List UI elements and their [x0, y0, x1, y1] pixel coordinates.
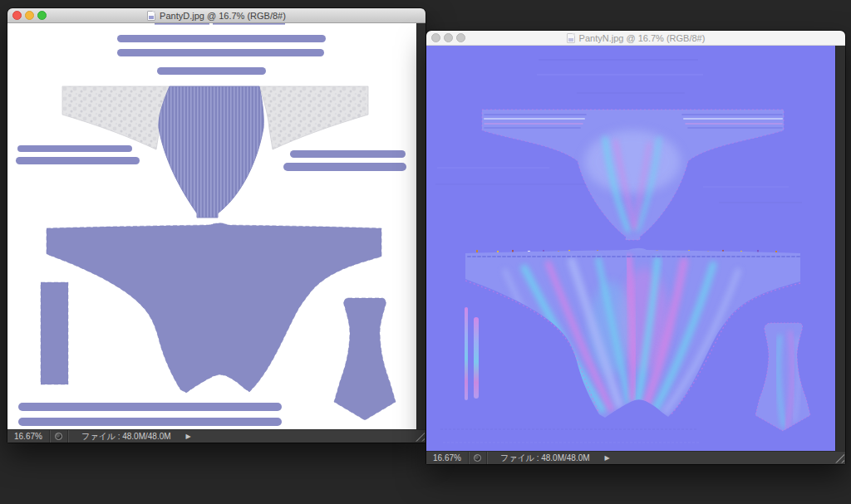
- zoom-level-field[interactable]: 16.67%: [7, 432, 49, 441]
- canvas-area-pantyn[interactable]: [426, 46, 845, 451]
- window-title: PantyN.jpg @ 16.7% (RGB/8#): [426, 31, 845, 46]
- desktop: PantyD.jpg @ 16.7% (RGB/8#): [0, 0, 851, 504]
- window-resize-grip[interactable]: [414, 432, 425, 442]
- titlebar-pantyd[interactable]: PantyD.jpg @ 16.7% (RGB/8#): [7, 8, 426, 23]
- document-proxy-icon: [567, 33, 575, 43]
- side-panel-rect: [41, 282, 68, 384]
- zoom-level-field[interactable]: 16.67%: [426, 453, 468, 462]
- file-size-info[interactable]: ファイル : 48.0M/48.0M: [68, 431, 183, 443]
- canvas-area-pantyd[interactable]: [7, 23, 426, 429]
- statusbar-pantyn: 16.67% ファイル : 48.0M/48.0M ▶: [426, 451, 845, 464]
- titlebar-pantyn[interactable]: PantyN.jpg @ 16.7% (RGB/8#): [426, 31, 845, 46]
- vertical-scrollbar-track[interactable]: [835, 46, 845, 451]
- minimize-button[interactable]: [25, 11, 34, 20]
- minimize-button[interactable]: [444, 33, 453, 42]
- statusbar-pantyd: 16.67% ファイル : 48.0M/48.0M ▶: [7, 429, 426, 443]
- statusbar-divider: [49, 430, 50, 443]
- zoom-button[interactable]: [37, 11, 47, 20]
- statusbar-divider: [468, 452, 469, 464]
- pantyd-texture-image[interactable]: [7, 23, 416, 429]
- pantyn-texture-image[interactable]: [426, 46, 835, 451]
- window-title-text: PantyN.jpg @ 16.7% (RGB/8#): [579, 31, 706, 46]
- window-pantyn[interactable]: PantyN.jpg @ 16.7% (RGB/8#): [426, 31, 845, 464]
- traffic-lights: [7, 11, 47, 20]
- zoom-button[interactable]: [456, 33, 465, 42]
- window-title: PantyD.jpg @ 16.7% (RGB/8#): [7, 8, 426, 23]
- status-popup-arrow-icon[interactable]: ▶: [602, 452, 610, 465]
- status-popup-arrow-icon[interactable]: ▶: [183, 430, 191, 443]
- status-timer-icon[interactable]: [55, 433, 62, 440]
- window-resize-grip[interactable]: [834, 453, 844, 463]
- document-proxy-icon: [147, 11, 155, 21]
- close-button[interactable]: [431, 33, 440, 42]
- file-size-info[interactable]: ファイル : 48.0M/48.0M: [487, 453, 602, 464]
- traffic-lights: [426, 33, 465, 42]
- status-timer-icon[interactable]: [474, 454, 481, 462]
- window-pantyd[interactable]: PantyD.jpg @ 16.7% (RGB/8#): [7, 8, 426, 443]
- window-title-text: PantyD.jpg @ 16.7% (RGB/8#): [160, 8, 286, 23]
- vertical-scrollbar-track[interactable]: [416, 23, 426, 429]
- close-button[interactable]: [12, 11, 22, 20]
